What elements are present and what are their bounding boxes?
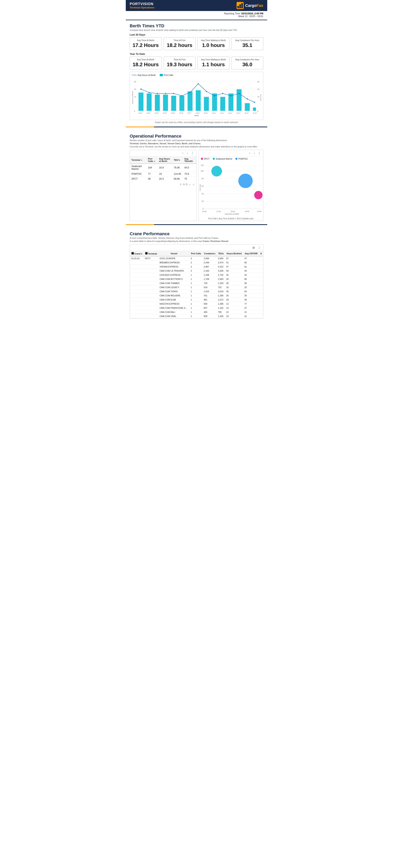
op-chart-menu-btn[interactable]: ⋮ <box>257 151 262 155</box>
cell-cranes <box>130 302 144 306</box>
op-table-row[interactable]: SFCT 38 20.3 58.6K 75 <box>130 177 196 181</box>
cell-containers: 465 <box>203 310 217 314</box>
svg-text:40: 40 <box>202 193 204 195</box>
col-port-calls[interactable]: Port Calls ▼ <box>146 156 158 164</box>
seaboard-bubble[interactable] <box>211 166 222 177</box>
pomtoc-bubble[interactable] <box>238 174 253 188</box>
col-terminal[interactable]: Terminal ▼ <box>130 156 146 164</box>
svg-text:10: 10 <box>258 96 260 98</box>
svg-text:W-07: W-07 <box>188 112 191 114</box>
berth-times-chart[interactable]: Avg Hours at Berth Port Calls 30 20 10 0… <box>130 72 263 120</box>
op-table-down-btn[interactable]: ↓ <box>186 151 189 155</box>
svg-text:Avg Hours at Berth: Avg Hours at Berth <box>224 213 239 215</box>
crane-section: Crane Performance A more comprehensive t… <box>126 228 267 322</box>
svg-text:W-08: W-08 <box>196 112 199 114</box>
cell-port-calls: 1 <box>190 302 203 306</box>
berth-times-title: Berth Times YTD <box>130 23 263 29</box>
legend-bar-item: Port Calls <box>160 74 173 76</box>
crane-table-row[interactable]: CMA CGM MOLIERE 1 761 1,280 25 30 <box>130 293 263 298</box>
crane-table-row[interactable]: CMA CGM ELBE 1 981 1,672 20 49 <box>130 298 263 302</box>
crane-table-row[interactable]: CMA CGM LEGACY 1 518 732 16 32 <box>130 285 263 289</box>
crane-table-row[interactable]: CMA CGM BUTTERFLY 1 1,708 2,583 20 85 <box>130 277 263 281</box>
svg-text:Port Calls: Port Calls <box>199 184 201 191</box>
cell-cranes <box>130 293 144 298</box>
last30-card-3: Avg Containers Per Hour 35.1 <box>232 37 264 50</box>
cell-hours-berthed: 20 <box>225 281 243 285</box>
cell-terminal: POMTOC <box>130 172 146 177</box>
last30-card-1: Time At Port 18.2 hours <box>164 37 196 50</box>
cell-avg-cnt-hr: 77 <box>243 302 259 306</box>
op-chart-down-btn[interactable]: ↓ <box>253 151 255 155</box>
svg-text:100: 100 <box>201 170 204 172</box>
op-table-menu-btn[interactable]: ⋮ <box>190 151 195 155</box>
svg-rect-22 <box>188 91 192 111</box>
cell-a <box>259 289 263 293</box>
cell-containers: 518 <box>203 285 217 289</box>
crane-table-row[interactable]: CMA CGM THAMES 1 718 1,203 20 36 <box>130 281 263 285</box>
cell-hours-berthed: 23 <box>225 314 243 318</box>
ytd-card-1: Time At Port 19.3 hours <box>164 57 196 69</box>
crane-table-row[interactable]: 14,15,16 SFCT OOCL EUROPE 2 2,569 3,560 … <box>130 256 263 260</box>
cell-a <box>259 293 263 298</box>
svg-point-43 <box>239 93 240 94</box>
cell-vessel: BREMEN EXPRESS <box>158 260 189 265</box>
col-teus[interactable]: TEU's <box>172 156 183 164</box>
cell-hours-berthed: 12 <box>225 302 243 306</box>
legend-line-item: Avg Hours at Berth <box>132 74 156 76</box>
cell-teus: 3,019 <box>217 289 225 293</box>
ytd-card-2-label: Avg Time Waiting to Berth <box>200 58 227 61</box>
col-port-calls-crane: Port Calls <box>190 251 203 256</box>
legend-line-symbol <box>132 75 137 75</box>
col-avg-hours[interactable]: Avg Hours at Berth <box>158 156 172 164</box>
cell-avg-cnt-hr: 21 <box>243 310 259 314</box>
crane-table-row[interactable]: VIENNA EXPRESS 2 2,867 4,222 47 61 <box>130 265 263 269</box>
cell-port-calls: 77 <box>146 172 158 177</box>
sfct-bubble[interactable] <box>254 191 263 199</box>
col-avg-teus-hr[interactable]: Avg TEUs/Hr <box>183 156 196 164</box>
pagination-next-btn[interactable]: › <box>192 182 195 186</box>
crane-table-row[interactable]: CMA CGM LA TRAVIATA 2 2,160 3,206 50 44 <box>130 269 263 273</box>
crane-table-row[interactable]: CMA CGM FRANCOISE S... 1 657 1,162 14 47 <box>130 306 263 310</box>
cell-cranes <box>130 273 144 277</box>
col-containers: Containers <box>203 251 217 256</box>
crane-table-row[interactable]: NAGOYA EXPRESS 1 928 1,366 12 77 <box>130 302 263 306</box>
cell-avg-cnt-hr: 36 <box>243 281 259 285</box>
cell-containers: 1,915 <box>203 289 217 293</box>
cell-avg-cnt-hr: 47 <box>243 306 259 310</box>
cell-teus: 1,203 <box>217 281 225 285</box>
crane-desc-2: In a pivot table to allow for expanding/… <box>130 240 263 242</box>
crane-table-row[interactable]: CHICAGO EXPRESS 1 1,348 1,732 32 42 <box>130 273 263 277</box>
pagination-prev-btn[interactable]: ‹ <box>189 182 191 186</box>
cell-port-calls: 1 <box>190 273 203 277</box>
cell-vessel: CMA CGM THAMES <box>158 281 189 285</box>
svg-text:30: 30 <box>134 81 136 83</box>
last30-card-0: Avg Time At Berth 17.2 Hours <box>130 37 162 50</box>
cell-containers: 928 <box>203 302 217 306</box>
svg-rect-23 <box>196 90 201 111</box>
cell-avg-teus-hr: 44.5 <box>183 164 196 172</box>
sfct-dot <box>201 158 203 160</box>
crane-table-row[interactable]: BREMEN EXPRESS 2 2,449 3,474 41 60 <box>130 260 263 265</box>
svg-text:W-05: W-05 <box>171 112 175 114</box>
crane-table-menu-btn[interactable]: ⋮ <box>257 246 262 250</box>
op-table-row[interactable]: POMTOC 77 19 114.4K 75.8 <box>130 172 196 177</box>
crane-table-row[interactable]: CMA CGM URAL 1 938 1,426 23 41 <box>130 314 263 318</box>
cell-a <box>259 277 263 281</box>
cell-avg-cnt-hr: 41 <box>243 314 259 318</box>
op-chart-up-btn[interactable]: ↑ <box>248 151 251 155</box>
crane-table-row[interactable]: CMA CGM BALI 1 465 785 22 21 <box>130 310 263 314</box>
cell-port-calls: 2 <box>190 269 203 273</box>
crane-table-row[interactable]: CMA CGM TIGRIS 1 1,915 3,019 30 64 <box>130 289 263 293</box>
crane-table-grid-btn[interactable]: ⊞ <box>252 246 255 250</box>
op-table-row[interactable]: Seaboard Marine 104 16.9 78.3K 44.5 <box>130 164 196 172</box>
col-hours-berthed: Hours Berthed <box>225 251 243 256</box>
crane-table-wrap: ⊞ ⋮ Crane's Terminal Vessel Port Calls C… <box>130 244 263 318</box>
op-desc-1: Review number of port calls, hours at be… <box>130 139 263 142</box>
logo-block: PORTVISION Terminal Operations <box>130 2 154 9</box>
svg-text:19.00: 19.00 <box>245 211 249 212</box>
cell-vessel: VIENNA EXPRESS <box>158 265 189 269</box>
svg-text:17.00: 17.00 <box>216 211 221 212</box>
col-cranes: Crane's <box>130 251 144 256</box>
op-table-up-btn[interactable]: ↑ <box>181 151 184 155</box>
col-avg-cnt-hr: Avg CNT/HR <box>243 251 259 256</box>
